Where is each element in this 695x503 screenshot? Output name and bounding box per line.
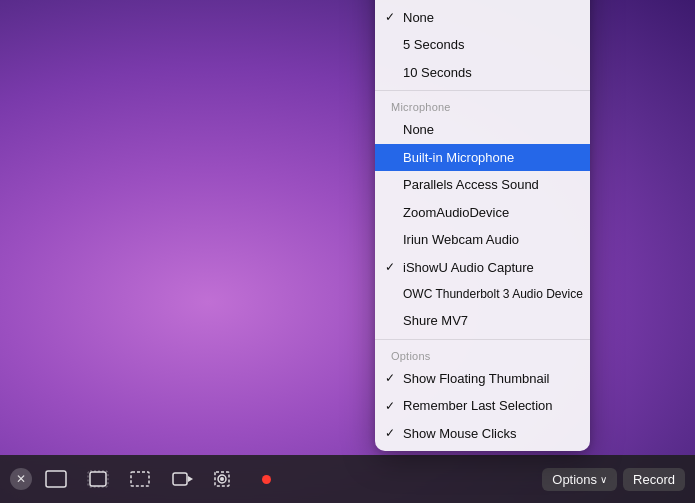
- close-icon: ✕: [16, 472, 26, 486]
- record-button-label: Record: [633, 472, 675, 487]
- options-label: Options: [552, 472, 597, 487]
- menu-item-builtin-mic[interactable]: Built-in Microphone: [375, 144, 590, 172]
- svg-point-8: [220, 477, 224, 481]
- video-window-capture-button[interactable]: [164, 465, 200, 493]
- record-button[interactable]: Record: [623, 468, 685, 491]
- screen-record-button[interactable]: [248, 465, 284, 493]
- fullscreen-icon: [45, 470, 67, 488]
- menu-item-zoom-audio[interactable]: ZoomAudioDevice: [375, 199, 590, 227]
- chevron-down-icon: ∨: [600, 474, 607, 485]
- options-section-label: Options: [375, 344, 590, 365]
- divider-2: [375, 90, 590, 91]
- menu-item-iriun-webcam[interactable]: Iriun Webcam Audio: [375, 226, 590, 254]
- selection-icon: [129, 470, 151, 488]
- selection-capture-button[interactable]: [122, 465, 158, 493]
- menu-item-shure-mv7[interactable]: Shure MV7: [375, 307, 590, 335]
- menu-item-mic-none[interactable]: None: [375, 116, 590, 144]
- window-icon: [87, 470, 109, 488]
- close-button[interactable]: ✕: [10, 468, 32, 490]
- screenshot-toolbar: ✕ Options ∨: [0, 455, 695, 503]
- window-capture-button[interactable]: [80, 465, 116, 493]
- menu-item-ishowu[interactable]: iShowU Audio Capture: [375, 254, 590, 282]
- divider-3: [375, 339, 590, 340]
- menu-item-remember-selection[interactable]: Remember Last Selection: [375, 392, 590, 420]
- wallpaper-background: [0, 0, 695, 503]
- screenshot-options-menu: Save to Desktop Documents Mail Messages …: [375, 0, 590, 451]
- video-window-icon: [171, 470, 193, 488]
- video-selection-icon: [213, 470, 235, 488]
- svg-rect-2: [88, 471, 108, 487]
- svg-marker-5: [188, 476, 193, 482]
- menu-item-show-thumbnail[interactable]: Show Floating Thumbnail: [375, 365, 590, 393]
- menu-item-parallels-audio[interactable]: Parallels Access Sound: [375, 171, 590, 199]
- options-button[interactable]: Options ∨: [542, 468, 617, 491]
- menu-item-timer-5sec[interactable]: 5 Seconds: [375, 31, 590, 59]
- menu-item-show-mouse-clicks[interactable]: Show Mouse Clicks: [375, 420, 590, 448]
- svg-rect-1: [90, 472, 106, 486]
- menu-item-timer-10sec[interactable]: 10 Seconds: [375, 59, 590, 87]
- video-selection-capture-button[interactable]: [206, 465, 242, 493]
- svg-rect-4: [173, 473, 187, 485]
- record-dot-icon: [262, 475, 271, 484]
- svg-rect-0: [46, 471, 66, 487]
- menu-item-owc-thunderbolt[interactable]: OWC Thunderbolt 3 Audio Device: [375, 281, 590, 307]
- microphone-section-label: Microphone: [375, 95, 590, 116]
- svg-rect-3: [131, 472, 149, 486]
- fullscreen-capture-button[interactable]: [38, 465, 74, 493]
- menu-item-timer-none[interactable]: None: [375, 4, 590, 32]
